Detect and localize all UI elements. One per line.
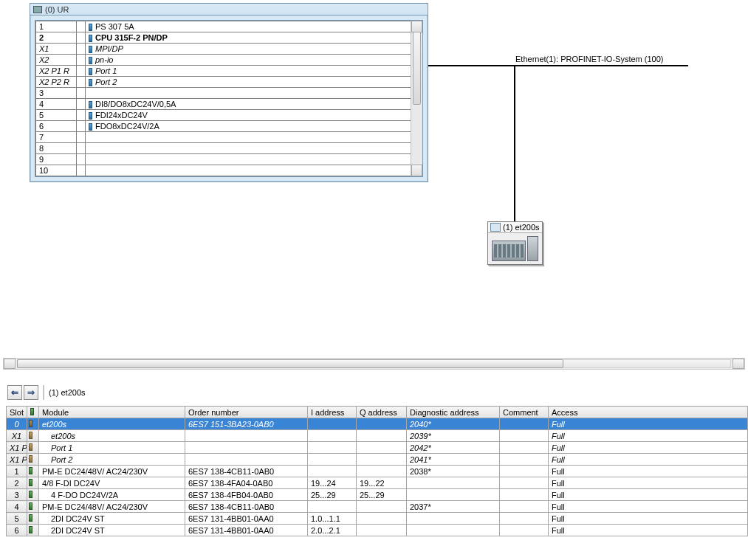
detail-iaddress-cell[interactable]: 2.0...2.1 bbox=[308, 525, 357, 536]
rack-row[interactable]: 4DI8/DO8xDC24V/0,5A bbox=[36, 99, 422, 110]
rack-slot-cell[interactable]: 3 bbox=[36, 88, 77, 99]
rack-row[interactable]: X2 P1 RPort 1 bbox=[36, 66, 422, 77]
rack-row[interactable]: 1PS 307 5A bbox=[36, 21, 422, 32]
rack-table[interactable]: 1PS 307 5A2CPU 315F-2 PN/DPX1MPI/DPX2pn-… bbox=[35, 21, 422, 176]
rack-module-cell[interactable] bbox=[86, 88, 422, 99]
rack-titlebar[interactable]: (0) UR bbox=[30, 4, 428, 15]
detail-iaddress-cell[interactable] bbox=[308, 466, 357, 477]
detail-iaddress-cell[interactable]: 1.0...1.1 bbox=[308, 513, 357, 525]
detail-module-cell[interactable]: et200s bbox=[39, 430, 185, 442]
rack-module-cell[interactable] bbox=[86, 132, 422, 143]
detail-order-cell[interactable] bbox=[185, 430, 308, 442]
detail-order-cell[interactable]: 6ES7 138-4CB11-0AB0 bbox=[185, 466, 308, 477]
detail-qaddress-cell[interactable] bbox=[357, 430, 407, 442]
rack-window[interactable]: (0) UR 1PS 307 5A2CPU 315F-2 PN/DPX1MPI/… bbox=[30, 3, 428, 182]
detail-row[interactable]: X1 PPort 22041*Full bbox=[7, 454, 748, 466]
detail-comment-cell[interactable] bbox=[500, 442, 549, 454]
detail-iaddress-cell[interactable] bbox=[308, 442, 357, 454]
detail-qaddress-cell[interactable] bbox=[357, 418, 407, 430]
rack-module-cell[interactable] bbox=[86, 165, 422, 176]
rack-slot-cell[interactable]: X2 P2 R bbox=[36, 77, 77, 88]
device-node-et200s[interactable]: (1) et200s bbox=[487, 221, 543, 265]
rack-slot-cell[interactable]: 7 bbox=[36, 132, 77, 143]
detail-access-cell[interactable]: Full bbox=[549, 442, 748, 454]
rack-slot-cell[interactable]: 2 bbox=[36, 32, 77, 44]
rack-module-cell[interactable]: Port 1 bbox=[86, 66, 422, 77]
rack-slot-cell[interactable]: X1 bbox=[36, 44, 77, 55]
detail-access-cell[interactable]: Full bbox=[549, 466, 748, 477]
detail-iaddress-cell[interactable] bbox=[308, 454, 357, 466]
detail-column-header[interactable]: Diagnostic address bbox=[407, 407, 500, 418]
detail-access-cell[interactable]: Full bbox=[549, 525, 748, 536]
detail-row[interactable]: 4PM-E DC24/48V/ AC24/230V6ES7 138-4CB11-… bbox=[7, 501, 748, 513]
rack-slot-cell[interactable]: 4 bbox=[36, 99, 77, 110]
detail-slot-cell[interactable]: X1 bbox=[7, 430, 27, 442]
detail-access-cell[interactable]: Full bbox=[549, 418, 748, 430]
detail-diagnostic-cell[interactable]: 2038* bbox=[407, 466, 500, 477]
rack-module-cell[interactable]: PS 307 5A bbox=[86, 21, 422, 32]
detail-row[interactable]: 24/8 F-DI DC24V6ES7 138-4FA04-0AB019...2… bbox=[7, 477, 748, 489]
detail-column-header[interactable] bbox=[27, 407, 39, 418]
rack-row[interactable]: X2 P2 RPort 2 bbox=[36, 77, 422, 88]
detail-column-header[interactable]: Order number bbox=[185, 407, 308, 418]
rack-module-cell[interactable] bbox=[86, 154, 422, 165]
rack-row[interactable]: 2CPU 315F-2 PN/DP bbox=[36, 32, 422, 44]
detail-comment-cell[interactable] bbox=[500, 430, 549, 442]
detail-access-cell[interactable]: Full bbox=[549, 454, 748, 466]
rack-row[interactable]: X2pn-io bbox=[36, 55, 422, 66]
detail-order-cell[interactable]: 6ES7 131-4BB01-0AA0 bbox=[185, 525, 308, 536]
detail-qaddress-cell[interactable] bbox=[357, 442, 407, 454]
detail-module-cell[interactable]: 2DI DC24V ST bbox=[39, 525, 185, 536]
detail-row[interactable]: 34 F-DO DC24V/2A6ES7 138-4FB04-0AB025...… bbox=[7, 489, 748, 501]
detail-module-cell[interactable]: 4/8 F-DI DC24V bbox=[39, 477, 185, 489]
detail-access-cell[interactable]: Full bbox=[549, 513, 748, 525]
detail-slot-cell[interactable]: 1 bbox=[7, 466, 27, 477]
rack-slot-cell[interactable]: 1 bbox=[36, 21, 77, 32]
detail-row[interactable]: X1et200s2039*Full bbox=[7, 430, 748, 442]
detail-access-cell[interactable]: Full bbox=[549, 430, 748, 442]
detail-comment-cell[interactable] bbox=[500, 454, 549, 466]
detail-diagnostic-cell[interactable]: 2039* bbox=[407, 430, 500, 442]
nav-back-button[interactable]: ⇐ bbox=[7, 385, 22, 400]
detail-access-cell[interactable]: Full bbox=[549, 489, 748, 501]
rack-row[interactable]: X1MPI/DP bbox=[36, 44, 422, 55]
detail-qaddress-cell[interactable] bbox=[357, 466, 407, 477]
detail-column-header[interactable]: Module bbox=[39, 407, 185, 418]
detail-qaddress-cell[interactable] bbox=[357, 501, 407, 513]
detail-order-cell[interactable]: 6ES7 131-4BB01-0AA0 bbox=[185, 513, 308, 525]
rack-slot-cell[interactable]: 10 bbox=[36, 165, 77, 176]
detail-diagnostic-cell[interactable]: 2040* bbox=[407, 418, 500, 430]
detail-comment-cell[interactable] bbox=[500, 418, 549, 430]
hscroll-thumb[interactable] bbox=[17, 359, 563, 368]
rack-module-cell[interactable]: FDI24xDC24V bbox=[86, 110, 422, 121]
canvas-horizontal-scrollbar[interactable] bbox=[3, 358, 745, 370]
rack-row[interactable]: 3 bbox=[36, 88, 422, 99]
detail-diagnostic-cell[interactable] bbox=[407, 477, 500, 489]
rack-module-cell[interactable]: MPI/DP bbox=[86, 44, 422, 55]
detail-row[interactable]: X1 PPort 12042*Full bbox=[7, 442, 748, 454]
rack-slot-cell[interactable]: 8 bbox=[36, 143, 77, 154]
detail-qaddress-cell[interactable] bbox=[357, 454, 407, 466]
detail-module-cell[interactable]: PM-E DC24/48V/ AC24/230V bbox=[39, 501, 185, 513]
detail-comment-cell[interactable] bbox=[500, 477, 549, 489]
detail-module-cell[interactable]: Port 2 bbox=[39, 454, 185, 466]
detail-qaddress-cell[interactable] bbox=[357, 513, 407, 525]
detail-diagnostic-cell[interactable]: 2037* bbox=[407, 501, 500, 513]
detail-slot-cell[interactable]: 2 bbox=[7, 477, 27, 489]
detail-iaddress-cell[interactable]: 19...24 bbox=[308, 477, 357, 489]
detail-order-cell[interactable]: 6ES7 138-4CB11-0AB0 bbox=[185, 501, 308, 513]
detail-order-cell[interactable]: 6ES7 151-3BA23-0AB0 bbox=[185, 418, 308, 430]
detail-diagnostic-cell[interactable]: 2042* bbox=[407, 442, 500, 454]
detail-iaddress-cell[interactable] bbox=[308, 501, 357, 513]
detail-diagnostic-cell[interactable]: 2041* bbox=[407, 454, 500, 466]
rack-row[interactable]: 10 bbox=[36, 165, 422, 176]
rack-module-cell[interactable]: DI8/DO8xDC24V/0,5A bbox=[86, 99, 422, 110]
detail-slot-cell[interactable]: 4 bbox=[7, 501, 27, 513]
detail-column-header[interactable]: Q address bbox=[357, 407, 407, 418]
detail-qaddress-cell[interactable]: 19...22 bbox=[357, 477, 407, 489]
detail-module-cell[interactable]: et200s bbox=[39, 418, 185, 430]
hscroll-left-button[interactable] bbox=[4, 359, 16, 369]
detail-column-header[interactable]: I address bbox=[308, 407, 357, 418]
detail-qaddress-cell[interactable] bbox=[357, 525, 407, 536]
detail-diagnostic-cell[interactable] bbox=[407, 513, 500, 525]
